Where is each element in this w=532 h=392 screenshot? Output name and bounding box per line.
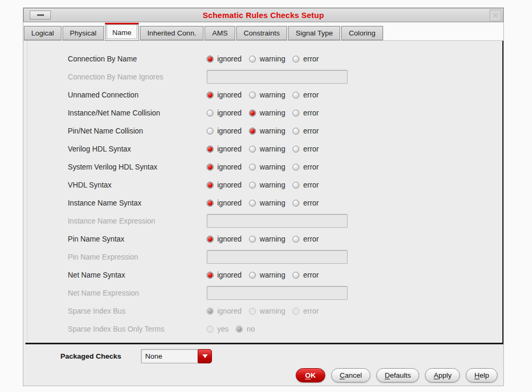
- radio-icon: [292, 92, 299, 99]
- radio-instance-net-name-collision-error[interactable]: error: [292, 109, 318, 117]
- radio-verilog-hdl-syntax-error[interactable]: error: [292, 145, 318, 153]
- name-tab-panel: Connection By Name ignored warning error…: [27, 41, 503, 343]
- radio-icon: [292, 200, 299, 207]
- radio-connection-by-name-ignored[interactable]: ignored: [207, 55, 242, 63]
- radio-unnamed-connection-warning[interactable]: warning: [249, 91, 285, 99]
- radio-option-label: ignored: [217, 181, 242, 189]
- setting-label: Connection By Name: [68, 55, 207, 63]
- row-instance-name-syntax: Instance Name Syntax ignored warning err…: [28, 194, 502, 212]
- radio-icon: [249, 182, 256, 189]
- radio-icon: [249, 164, 256, 171]
- setting-label: Net Name Syntax: [68, 271, 207, 279]
- radio-option-label: no: [246, 325, 254, 333]
- apply-button[interactable]: Apply: [425, 368, 460, 382]
- radio-option-label: error: [303, 307, 318, 315]
- radio-pin-name-syntax-error[interactable]: error: [292, 235, 318, 243]
- row-instance-name-expression: Instance Name Expression: [28, 212, 502, 230]
- dropdown-arrow-icon: [198, 349, 212, 363]
- radio-connection-by-name-error[interactable]: error: [292, 55, 318, 63]
- tab-coloring[interactable]: Coloring: [341, 26, 383, 40]
- radio-icon: [249, 236, 256, 243]
- radio-vhdl-syntax-error[interactable]: error: [292, 181, 318, 189]
- radio-option-label: ignored: [217, 127, 242, 135]
- packaged-checks-value: None: [141, 349, 198, 363]
- radio-option-label: warning: [260, 91, 285, 99]
- radio-group: ignored warning error: [207, 91, 319, 99]
- radio-pin-net-name-collision-error[interactable]: error: [292, 127, 318, 135]
- radio-pin-net-name-collision-warning[interactable]: warning: [249, 127, 285, 135]
- radio-option-label: warning: [260, 163, 285, 171]
- tab-physical[interactable]: Physical: [63, 26, 104, 40]
- radio-unnamed-connection-error[interactable]: error: [292, 91, 318, 99]
- help-button[interactable]: Help: [466, 368, 498, 382]
- radio-sparse-index-bus-ignored: ignored: [207, 307, 242, 315]
- setting-label: Verilog HDL Syntax: [68, 145, 207, 153]
- net-name-expression-field: [207, 286, 348, 300]
- setting-label: Pin Name Expression: [68, 253, 207, 261]
- radio-pin-net-name-collision-ignored[interactable]: ignored: [207, 127, 242, 135]
- row-system-verilog-hdl-syntax: System Verilog HDL Syntax ignored warnin…: [28, 158, 502, 176]
- radio-net-name-syntax-error[interactable]: error: [292, 271, 318, 279]
- defaults-button[interactable]: Defaults: [376, 368, 420, 382]
- tab-inherited-conn[interactable]: Inherited Conn.: [140, 26, 203, 40]
- radio-pin-name-syntax-ignored[interactable]: ignored: [207, 235, 242, 243]
- setting-label: Net Name Expression: [68, 289, 207, 297]
- tab-ams[interactable]: AMS: [205, 26, 235, 40]
- radio-unnamed-connection-ignored[interactable]: ignored: [207, 91, 242, 99]
- tab-constraints[interactable]: Constraints: [236, 26, 287, 40]
- setting-label: Unnamed Connection: [68, 91, 207, 99]
- setting-label: Instance Name Syntax: [68, 199, 207, 207]
- radio-option-label: ignored: [217, 91, 242, 99]
- radio-icon: [207, 326, 214, 333]
- radio-system-verilog-hdl-syntax-ignored[interactable]: ignored: [207, 163, 242, 171]
- radio-group: ignored warning error: [207, 235, 319, 243]
- radio-instance-net-name-collision-ignored[interactable]: ignored: [207, 109, 242, 117]
- close-button[interactable]: ✕: [490, 10, 501, 21]
- radio-sparse-index-bus-error: error: [292, 307, 318, 315]
- tab-logical[interactable]: Logical: [24, 26, 61, 40]
- radio-icon: [207, 308, 214, 315]
- radio-option-label: ignored: [217, 109, 242, 117]
- radio-verilog-hdl-syntax-ignored[interactable]: ignored: [207, 145, 242, 153]
- radio-verilog-hdl-syntax-warning[interactable]: warning: [249, 145, 285, 153]
- radio-group: ignored warning error: [207, 145, 319, 153]
- radio-icon: [292, 182, 299, 189]
- radio-instance-net-name-collision-warning[interactable]: warning: [249, 109, 285, 117]
- radio-icon: [292, 236, 299, 243]
- radio-group: yes no: [207, 325, 255, 333]
- radio-net-name-syntax-warning[interactable]: warning: [249, 271, 285, 279]
- radio-vhdl-syntax-warning[interactable]: warning: [249, 181, 285, 189]
- radio-instance-name-syntax-warning[interactable]: warning: [249, 199, 285, 207]
- radio-system-verilog-hdl-syntax-error[interactable]: error: [292, 163, 318, 171]
- radio-system-verilog-hdl-syntax-warning[interactable]: warning: [249, 163, 285, 171]
- cancel-button[interactable]: Cancel: [331, 368, 370, 382]
- radio-option-label: error: [303, 271, 318, 279]
- radio-pin-name-syntax-warning[interactable]: warning: [249, 235, 285, 243]
- radio-instance-name-syntax-error[interactable]: error: [292, 199, 318, 207]
- radio-icon: [207, 164, 214, 171]
- packaged-checks-dropdown[interactable]: None: [141, 349, 212, 363]
- radio-group: ignored warning error: [207, 199, 319, 207]
- radio-sparse-index-bus-only-terms-yes: yes: [207, 325, 228, 333]
- radio-group: ignored warning error: [207, 307, 319, 315]
- radio-icon: [292, 128, 299, 135]
- radio-icon: [207, 110, 214, 117]
- radio-icon: [249, 110, 256, 117]
- tab-name[interactable]: Name: [105, 23, 139, 41]
- radio-option-label: error: [303, 235, 318, 243]
- radio-instance-name-syntax-ignored[interactable]: ignored: [207, 199, 242, 207]
- radio-option-label: warning: [260, 145, 285, 153]
- radio-icon: [249, 146, 256, 153]
- radio-net-name-syntax-ignored[interactable]: ignored: [207, 271, 242, 279]
- radio-option-label: error: [303, 199, 318, 207]
- tab-signal-type[interactable]: Signal Type: [288, 26, 340, 40]
- radio-connection-by-name-warning[interactable]: warning: [249, 55, 285, 63]
- row-pin-name-expression: Pin Name Expression: [28, 248, 502, 266]
- radio-icon: [207, 236, 214, 243]
- radio-vhdl-syntax-ignored[interactable]: ignored: [207, 181, 242, 189]
- radio-icon: [249, 200, 256, 207]
- radio-option-label: error: [303, 181, 318, 189]
- radio-option-label: warning: [260, 127, 285, 135]
- row-unnamed-connection: Unnamed Connection ignored warning error: [28, 86, 502, 104]
- ok-button[interactable]: OK: [296, 368, 325, 382]
